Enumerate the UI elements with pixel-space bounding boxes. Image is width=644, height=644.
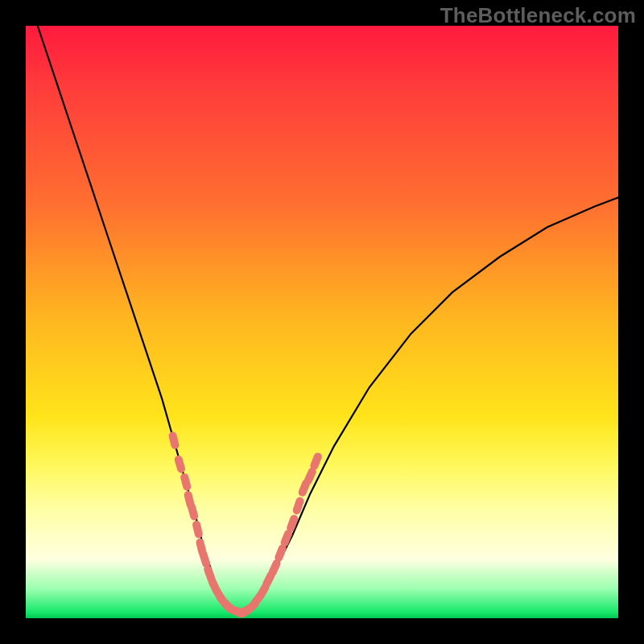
bottleneck-curve <box>38 26 618 613</box>
curve-marker <box>180 473 192 492</box>
curve-marker <box>187 502 200 522</box>
curve-marker <box>167 431 180 450</box>
chart-svg <box>26 26 618 618</box>
plot-area <box>26 26 618 618</box>
marker-cluster-right <box>235 452 323 619</box>
curve-marker <box>309 452 323 471</box>
watermark-text: TheBottleneck.com <box>440 3 636 28</box>
marker-cluster-left <box>167 431 248 618</box>
curve-marker <box>174 455 187 474</box>
chart-frame: TheBottleneck.com <box>0 0 644 644</box>
curve-marker <box>192 520 204 539</box>
